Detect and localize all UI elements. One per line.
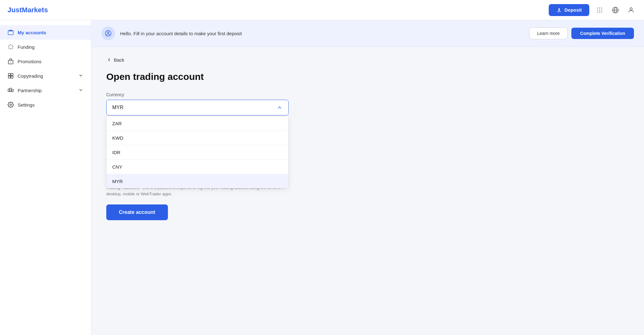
svg-point-3 [597, 9, 598, 10]
svg-point-6 [597, 12, 598, 13]
layout: My accounts Funding Promotions [0, 0, 644, 335]
dropdown-item-kwd[interactable]: KWD [107, 131, 288, 145]
svg-point-7 [599, 12, 600, 13]
svg-point-24 [107, 32, 109, 34]
partnership-icon [8, 87, 14, 93]
globe-icon [612, 7, 619, 14]
banner-text: Hello. Fill in your account details to m… [120, 31, 524, 36]
logo[interactable]: JustMarkets [8, 6, 48, 14]
create-account-button[interactable]: Create account [106, 204, 168, 220]
language-button[interactable] [610, 5, 621, 15]
selected-currency-value: MYR [112, 105, 124, 110]
main-content: Hello. Fill in your account details to m… [91, 20, 644, 335]
user-circle-icon [105, 30, 112, 37]
svg-point-22 [10, 104, 12, 106]
svg-point-0 [597, 8, 598, 8]
page-title: Open trading account [106, 71, 629, 82]
currency-select-button[interactable]: MYR [106, 100, 289, 115]
svg-point-8 [601, 12, 602, 13]
sidebar-item-label: Copytrading [18, 73, 43, 79]
sidebar-item-partnership[interactable]: Partnership [0, 83, 91, 98]
dropdown-item-idr[interactable]: IDR [107, 145, 288, 160]
chevron-down-icon [78, 87, 83, 93]
back-arrow-icon [106, 57, 112, 63]
sidebar-item-settings[interactable]: Settings [0, 98, 91, 112]
svg-rect-17 [8, 76, 11, 78]
page-body: Back Open trading account Currency MYR Z… [91, 47, 644, 230]
deposit-button[interactable]: Deposit [549, 4, 589, 16]
currency-dropdown: ZAR KWD IDR CNY MYR JPY [106, 116, 289, 188]
promotions-icon [8, 58, 14, 64]
copytrading-icon [8, 73, 14, 79]
header: JustMarkets Deposit [0, 0, 644, 20]
svg-rect-19 [8, 89, 10, 92]
grid-menu-button[interactable] [594, 5, 605, 15]
sidebar-item-label: Settings [18, 102, 35, 108]
svg-point-2 [601, 8, 602, 8]
dropdown-item-zar[interactable]: ZAR [107, 116, 288, 131]
verification-banner: Hello. Fill in your account details to m… [91, 20, 644, 47]
settings-icon [8, 102, 14, 108]
sidebar-item-my-accounts[interactable]: My accounts [0, 25, 91, 40]
learn-more-button[interactable]: Learn more [529, 27, 568, 39]
sidebar-item-label: Promotions [18, 59, 42, 64]
svg-rect-21 [12, 90, 13, 92]
funding-icon [8, 44, 14, 50]
header-right: Deposit [549, 4, 636, 16]
sidebar-item-label: Funding [18, 44, 35, 50]
grid-icon [596, 7, 603, 14]
sidebar-item-label: Partnership [18, 88, 42, 93]
sidebar-item-copytrading[interactable]: Copytrading [0, 69, 91, 83]
svg-rect-15 [8, 74, 11, 76]
user-icon [628, 7, 635, 14]
chevron-down-icon [78, 73, 83, 79]
banner-actions: Learn more Complete Verification [529, 27, 634, 39]
back-link[interactable]: Back [106, 57, 629, 63]
svg-point-4 [599, 9, 600, 10]
sidebar-item-label: My accounts [18, 30, 46, 35]
svg-point-1 [599, 8, 600, 8]
currency-select-container: MYR ZAR KWD IDR CNY MYR JPY [106, 100, 289, 115]
sidebar-item-funding[interactable]: Funding [0, 40, 91, 54]
chevron-up-icon [276, 104, 283, 111]
svg-rect-20 [10, 88, 12, 92]
dropdown-item-cny[interactable]: CNY [107, 160, 288, 174]
svg-rect-16 [11, 74, 13, 76]
svg-point-5 [601, 9, 602, 10]
svg-point-12 [630, 8, 632, 10]
currency-label: Currency [106, 92, 629, 97]
svg-rect-18 [11, 76, 13, 78]
complete-verification-button[interactable]: Complete Verification [571, 28, 634, 39]
dropdown-item-myr[interactable]: MYR [107, 174, 288, 188]
my-accounts-icon [8, 29, 14, 36]
user-profile-button[interactable] [626, 5, 636, 15]
deposit-icon [556, 7, 562, 13]
sidebar: My accounts Funding Promotions [0, 20, 91, 335]
sidebar-item-promotions[interactable]: Promotions [0, 54, 91, 69]
banner-icon [101, 26, 115, 40]
